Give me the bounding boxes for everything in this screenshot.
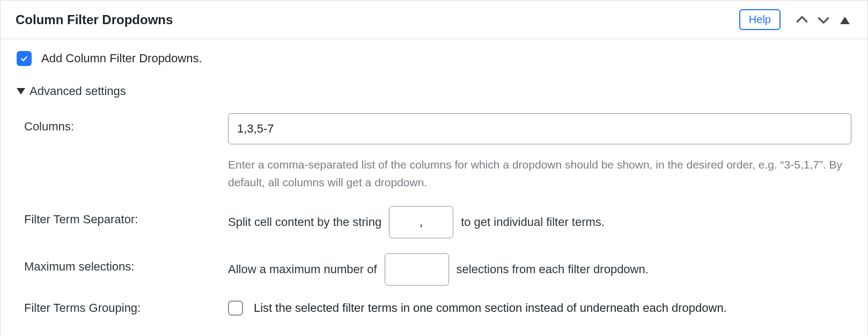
max-text-before: Allow a maximum number of — [228, 253, 377, 286]
max-label: Maximum selections: — [24, 253, 228, 274]
separator-label: Filter Term Separator: — [24, 206, 228, 227]
advanced-settings-label: Advanced settings — [30, 84, 126, 98]
columns-input[interactable] — [228, 113, 851, 144]
separator-row: Filter Term Separator: Split cell conten… — [24, 206, 851, 238]
panel-title: Column Filter Dropdowns — [16, 12, 739, 27]
columns-row: Columns: Enter a comma-separated list of… — [24, 113, 851, 191]
separator-input[interactable] — [389, 206, 453, 238]
help-button[interactable]: Help — [739, 9, 781, 30]
move-up-icon[interactable] — [791, 9, 813, 31]
advanced-settings-body: Columns: Enter a comma-separated list of… — [17, 113, 851, 316]
max-text-after: selections from each filter dropdown. — [457, 253, 649, 286]
grouping-label: Filter Terms Grouping: — [24, 301, 228, 315]
disclosure-triangle-icon — [17, 88, 25, 94]
max-input[interactable] — [385, 253, 449, 286]
grouping-checkbox-label: List the selected filter terms in one co… — [254, 301, 727, 315]
panel-body: Add Column Filter Dropdowns. Advanced se… — [1, 39, 867, 336]
separator-text-after: to get individual filter terms. — [461, 206, 605, 238]
settings-panel: Column Filter Dropdowns Help Add Column … — [0, 0, 868, 336]
enable-checkbox[interactable] — [17, 51, 32, 66]
collapse-panel-icon[interactable] — [834, 9, 856, 31]
enable-row: Add Column Filter Dropdowns. — [17, 51, 851, 66]
grouping-checkbox[interactable] — [228, 301, 243, 316]
columns-label: Columns: — [24, 113, 228, 134]
enable-checkbox-label: Add Column Filter Dropdowns. — [41, 52, 202, 65]
move-down-icon[interactable] — [813, 9, 834, 31]
panel-header: Column Filter Dropdowns Help — [1, 1, 867, 39]
advanced-settings-toggle[interactable]: Advanced settings — [17, 84, 851, 98]
max-row: Maximum selections: Allow a maximum numb… — [24, 253, 851, 286]
separator-text-before: Split cell content by the string — [228, 206, 381, 238]
columns-description: Enter a comma-separated list of the colu… — [228, 156, 851, 191]
grouping-row: Filter Terms Grouping: List the selected… — [24, 301, 851, 316]
